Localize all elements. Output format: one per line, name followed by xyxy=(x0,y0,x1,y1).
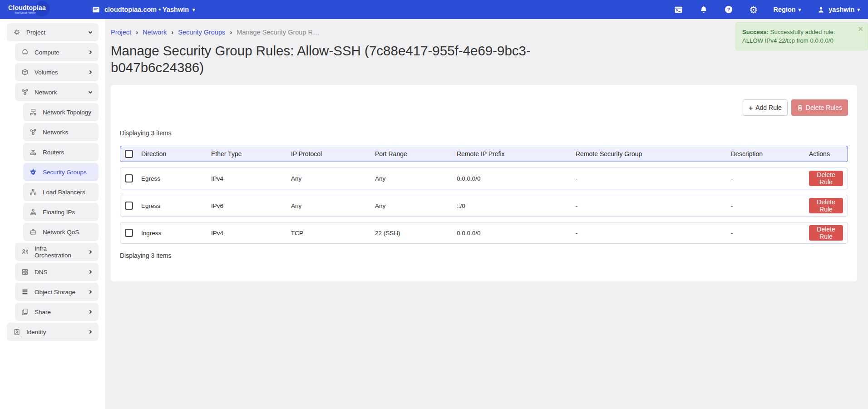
sidebar-item-label: Compute xyxy=(35,49,59,56)
svg-text:?: ? xyxy=(727,7,730,12)
volumes-cube-icon xyxy=(20,68,30,77)
region-dropdown[interactable]: Region ▾ xyxy=(774,6,801,13)
cell-ip-protocol: TCP xyxy=(291,230,375,237)
column-header: IP Protocol xyxy=(291,150,375,158)
row-checkbox[interactable] xyxy=(125,229,133,237)
brand-name: Cloudtopiaa xyxy=(8,5,76,11)
settings-gear-icon[interactable]: ⚙ xyxy=(749,5,759,15)
sidebar: Project Compute Volumes Network xyxy=(0,19,105,409)
plus-icon: + xyxy=(749,104,753,112)
sidebar-item-compute[interactable]: Compute xyxy=(15,43,99,61)
sidebar-item-label: Project xyxy=(26,29,45,36)
rules-toolbar: + Add Rule Delete Rules xyxy=(120,99,848,116)
infra-orchestration-icon xyxy=(20,247,30,256)
terminal-icon[interactable] xyxy=(674,5,684,15)
sidebar-item-label: Networks xyxy=(43,129,68,136)
sidebar-item-networks[interactable]: Networks xyxy=(23,123,99,141)
top-navbar: Cloudtopiaa Your Cloud Partner cloudtopi… xyxy=(0,0,868,19)
sidebar-item-security-groups[interactable]: Security Groups xyxy=(23,163,99,181)
breadcrumb-separator-icon: › xyxy=(171,28,173,36)
brand-logo[interactable]: Cloudtopiaa Your Cloud Partner xyxy=(8,5,76,15)
sidebar-item-infra-orchestration[interactable]: Infra Orchestration xyxy=(15,243,99,261)
compute-cloud-icon xyxy=(20,48,30,57)
delete-rule-button[interactable]: Delete Rule xyxy=(809,198,843,213)
success-toast: Success: Successfully added rule: ALLOW … xyxy=(735,22,868,50)
chevron-down-icon: ▾ xyxy=(857,7,860,13)
breadcrumb-current: Manage Security Group R… xyxy=(237,29,319,36)
load-balancers-icon xyxy=(29,187,38,197)
chevron-down-icon xyxy=(88,30,93,35)
delete-rules-button[interactable]: Delete Rules xyxy=(791,99,848,116)
table-row: Egress IPv6 Any Any ::/0 - - Delete Rule xyxy=(120,195,848,217)
breadcrumb-link-network[interactable]: Network xyxy=(143,29,167,36)
console-window-icon xyxy=(91,5,101,15)
sidebar-item-label: Security Groups xyxy=(43,169,87,176)
sidebar-item-label: Network QoS xyxy=(43,229,79,236)
sidebar-item-label: Identity xyxy=(26,329,46,335)
cell-remote-security-group: - xyxy=(576,230,731,237)
column-header: Remote Security Group xyxy=(576,150,731,158)
cell-remote-security-group: - xyxy=(576,175,731,182)
help-icon[interactable]: ? xyxy=(724,5,734,15)
network-nodes-icon xyxy=(20,88,30,97)
row-checkbox[interactable] xyxy=(125,174,133,182)
table-row: Ingress IPv4 TCP 22 (SSH) 0.0.0.0/0 - - … xyxy=(120,222,848,244)
delete-rule-button[interactable]: Delete Rule xyxy=(809,171,843,186)
sidebar-item-label: Routers xyxy=(43,149,64,156)
chevron-down-icon: ▾ xyxy=(799,7,801,13)
select-all-checkbox[interactable] xyxy=(125,150,133,158)
cell-direction: Egress xyxy=(141,175,211,182)
delete-rule-button[interactable]: Delete Rule xyxy=(809,225,843,241)
sidebar-item-network-topology[interactable]: Network Topology xyxy=(23,103,99,121)
sidebar-item-dns[interactable]: DNS xyxy=(15,263,99,281)
sidebar-item-routers[interactable]: Routers xyxy=(23,143,99,161)
items-count-bottom: Displaying 3 items xyxy=(120,252,848,259)
sidebar-item-label: Load Balancers xyxy=(43,189,85,196)
domain-project-switcher[interactable]: cloudtopiaa.com • Yashwin ▾ xyxy=(91,5,195,15)
breadcrumb-link-security-groups[interactable]: Security Groups xyxy=(178,29,225,36)
breadcrumb-link-project[interactable]: Project xyxy=(111,29,131,36)
cell-port-range: Any xyxy=(375,175,457,182)
networks-nodes-icon xyxy=(29,128,38,137)
network-topology-icon xyxy=(29,108,38,117)
column-header: Direction xyxy=(141,150,211,158)
cell-remote-ip-prefix: ::/0 xyxy=(457,202,576,209)
cell-ip-protocol: Any xyxy=(291,202,375,209)
row-checkbox[interactable] xyxy=(125,202,133,210)
sidebar-item-label: Network xyxy=(35,89,57,96)
bell-icon[interactable] xyxy=(699,5,709,15)
sidebar-item-floating-ips[interactable]: Floating IPs xyxy=(23,203,99,221)
cell-description: - xyxy=(731,230,809,237)
sidebar-item-volumes[interactable]: Volumes xyxy=(15,63,99,81)
cell-description: - xyxy=(731,175,809,182)
sidebar-item-load-balancers[interactable]: Load Balancers xyxy=(23,183,99,201)
sidebar-item-object-storage[interactable]: Object Storage xyxy=(15,283,99,301)
user-icon xyxy=(816,5,826,15)
cell-remote-ip-prefix: 0.0.0.0/0 xyxy=(457,230,576,237)
cell-ether-type: IPv4 xyxy=(211,230,291,237)
dns-servers-icon xyxy=(20,267,30,276)
cell-ether-type: IPv6 xyxy=(211,202,291,209)
column-header: Description xyxy=(731,150,809,158)
sidebar-item-network-qos[interactable]: Network QoS xyxy=(23,223,99,241)
breadcrumb-separator-icon: › xyxy=(136,28,138,36)
cell-port-range: 22 (SSH) xyxy=(375,230,457,237)
security-groups-shield-icon xyxy=(29,168,38,177)
sidebar-item-identity[interactable]: Identity xyxy=(7,323,99,341)
identity-badge-icon xyxy=(12,327,21,336)
sidebar-item-label: Volumes xyxy=(35,69,58,76)
chevron-right-icon xyxy=(88,69,93,75)
cell-description: - xyxy=(731,202,809,209)
context-label: cloudtopiaa.com • Yashwin xyxy=(104,6,189,13)
user-label: yashwin xyxy=(829,6,854,13)
column-header: Port Range xyxy=(375,150,457,158)
sidebar-item-share[interactable]: Share xyxy=(15,303,99,321)
add-rule-button[interactable]: + Add Rule xyxy=(743,99,787,116)
cell-ether-type: IPv4 xyxy=(211,175,291,182)
sidebar-item-project[interactable]: Project xyxy=(7,23,99,41)
sidebar-item-network[interactable]: Network xyxy=(15,83,99,101)
close-icon[interactable]: × xyxy=(858,25,863,33)
sidebar-item-label: Share xyxy=(35,309,51,315)
user-menu[interactable]: yashwin ▾ xyxy=(816,5,860,15)
chevron-right-icon xyxy=(88,329,93,335)
